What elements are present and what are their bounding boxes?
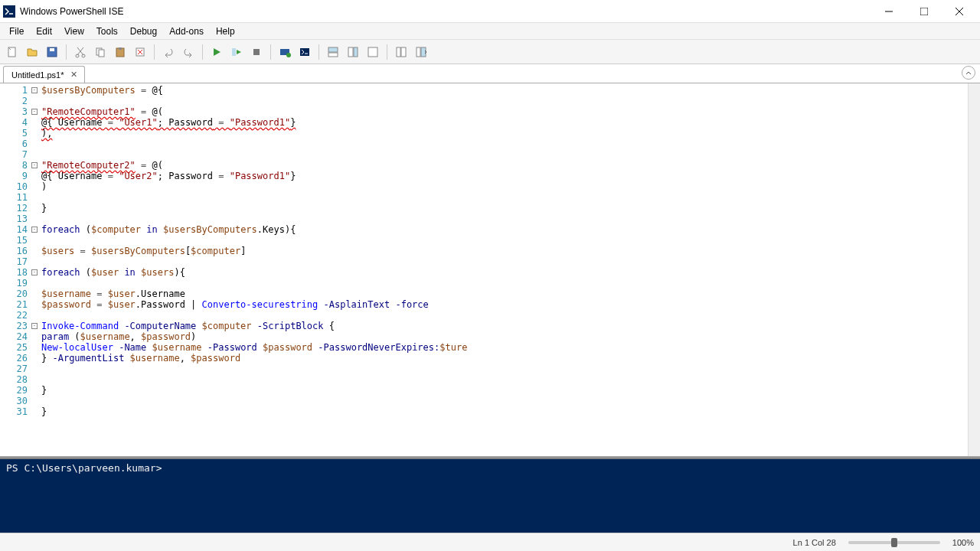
svg-rect-24 [368, 47, 377, 57]
svg-rect-21 [328, 53, 338, 57]
toolbar-separator [154, 44, 155, 60]
run-selection-button[interactable] [227, 43, 246, 61]
fold-column: ------ [31, 83, 38, 456]
cut-button[interactable] [71, 43, 90, 61]
menubar: FileEditViewToolsDebugAdd-onsHelp [0, 23, 980, 40]
toolbar [0, 40, 980, 64]
svg-rect-28 [421, 47, 426, 57]
copy-button[interactable] [91, 43, 109, 61]
svg-rect-19 [300, 48, 309, 56]
run-script-button[interactable] [207, 43, 226, 61]
svg-rect-2 [920, 8, 928, 15]
menu-add-ons[interactable]: Add-ons [163, 24, 210, 38]
code-area[interactable]: $usersByComputers = @{"RemoteComputer1" … [38, 83, 968, 456]
tab-label: Untitled1.ps1* [11, 70, 64, 80]
script-editor[interactable]: 1234567891011121314151617181920212223242… [0, 83, 980, 456]
svg-rect-26 [401, 47, 406, 57]
svg-rect-7 [50, 48, 54, 51]
tabbar: Untitled1.ps1* ✕ [0, 64, 980, 83]
open-button[interactable] [23, 43, 41, 61]
svg-point-18 [286, 53, 291, 57]
show-script-top-button[interactable] [324, 43, 342, 61]
svg-rect-22 [348, 47, 353, 57]
line-gutter: 1234567891011121314151617181920212223242… [0, 83, 31, 456]
toolbar-separator [202, 44, 203, 60]
menu-view[interactable]: View [58, 24, 90, 38]
svg-rect-13 [119, 47, 122, 50]
undo-button[interactable] [159, 43, 178, 61]
titlebar: Windows PowerShell ISE [0, 0, 980, 23]
clear-button[interactable] [131, 43, 149, 61]
close-button[interactable] [942, 1, 977, 22]
menu-edit[interactable]: Edit [30, 24, 58, 38]
redo-button[interactable] [179, 43, 198, 61]
script-tab[interactable]: Untitled1.ps1* ✕ [3, 66, 85, 83]
svg-rect-11 [99, 50, 104, 57]
svg-rect-27 [416, 47, 420, 57]
tab-close-icon[interactable]: ✕ [69, 70, 80, 80]
show-script-max-button[interactable] [364, 43, 382, 61]
console-prompt: PS C:\Users\parveen.kumar> [6, 462, 162, 474]
svg-rect-15 [232, 48, 236, 56]
save-button[interactable] [43, 43, 61, 61]
zoom-slider[interactable] [848, 541, 940, 544]
statusbar: Ln 1 Col 28 100% [0, 533, 980, 551]
show-command-addon-button[interactable] [412, 43, 430, 61]
cursor-position: Ln 1 Col 28 [793, 538, 836, 547]
menu-tools[interactable]: Tools [90, 24, 124, 38]
paste-button[interactable] [111, 43, 129, 61]
console-pane[interactable]: PS C:\Users\parveen.kumar> [0, 459, 980, 533]
menu-help[interactable]: Help [210, 24, 241, 38]
app-icon [3, 5, 15, 18]
vertical-scrollbar[interactable] [968, 83, 980, 456]
window-title: Windows PowerShell ISE [20, 6, 871, 17]
toolbar-separator [318, 44, 319, 60]
chevron-up-icon [965, 69, 972, 77]
show-script-right-button[interactable] [344, 43, 362, 61]
svg-rect-20 [328, 47, 338, 52]
stop-button[interactable] [247, 43, 266, 61]
maximize-button[interactable] [906, 1, 942, 22]
minimize-button[interactable] [871, 1, 906, 22]
toolbar-separator [387, 44, 387, 60]
start-powershell-button[interactable] [296, 43, 314, 61]
zoom-level: 100% [952, 538, 974, 547]
menu-debug[interactable]: Debug [124, 24, 163, 38]
toolbar-separator [270, 44, 271, 60]
collapse-script-pane-button[interactable] [962, 66, 975, 80]
toolbar-separator [66, 44, 67, 60]
menu-file[interactable]: File [3, 24, 30, 38]
new-remote-tab-button[interactable] [276, 43, 294, 61]
svg-rect-16 [253, 49, 260, 55]
svg-rect-25 [397, 47, 400, 57]
new-button[interactable] [3, 43, 21, 61]
svg-rect-23 [354, 47, 358, 57]
show-command-button[interactable] [392, 43, 410, 61]
